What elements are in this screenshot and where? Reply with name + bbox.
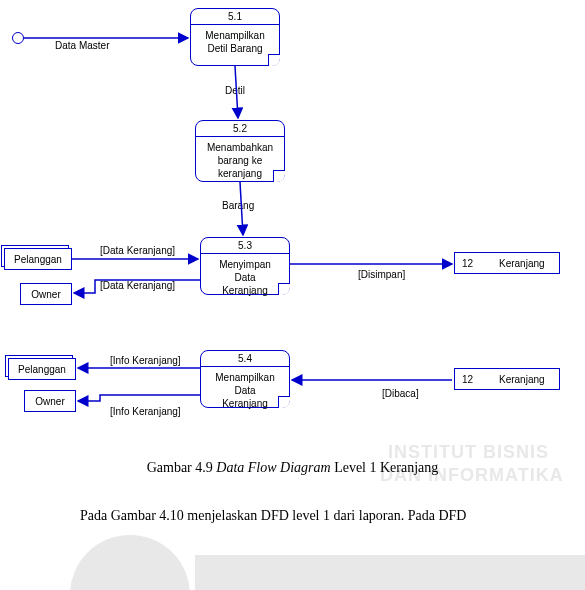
flow-label-disimpan: [Disimpan] — [358, 269, 405, 280]
entity-owner-1: Owner — [20, 283, 72, 305]
process-5-3-name: MenyimpanDataKeranjang — [201, 254, 289, 301]
caption-italic: Data Flow Diagram — [216, 460, 330, 475]
flow-label-data-keranjang-2: [Data Keranjang] — [100, 280, 175, 291]
flow-label-detil: Detil — [225, 85, 245, 96]
flow-label-barang: Barang — [222, 200, 254, 211]
caption-suffix: Level 1 Keranjang — [331, 460, 439, 475]
entity-pelanggan-2: Pelanggan — [8, 358, 76, 380]
flow-label-data-master: Data Master — [55, 40, 109, 51]
flow-label-data-keranjang-1: [Data Keranjang] — [100, 245, 175, 256]
datastore-1-id: 12 — [454, 252, 480, 274]
process-5-4: 5.4 MenampilkanDataKeranjang — [200, 350, 290, 408]
datastore-2-id: 12 — [454, 368, 480, 390]
process-5-1-name: MenampilkanDetil Barang — [191, 25, 279, 59]
datastore-keranjang-1: 12 Keranjang — [454, 252, 560, 274]
arrows-layer — [0, 0, 585, 590]
datastore-keranjang-2: 12 Keranjang — [454, 368, 560, 390]
process-5-2: 5.2 Menambahkanbarang kekeranjang — [195, 120, 285, 182]
watermark-rect — [195, 555, 585, 590]
process-5-1-id: 5.1 — [191, 9, 279, 25]
process-5-2-id: 5.2 — [196, 121, 284, 137]
datastore-1-name: Keranjang — [485, 252, 560, 274]
figure-caption: Gambar 4.9 Data Flow Diagram Level 1 Ker… — [0, 460, 585, 476]
dfd-diagram: INSTITUT BISNIS DAN INFORMATIKA 5.1 Mena… — [0, 0, 585, 590]
flow-label-info-keranjang-2: [Info Keranjang] — [110, 406, 181, 417]
start-point — [12, 32, 24, 44]
flow-label-info-keranjang-1: [Info Keranjang] — [110, 355, 181, 366]
datastore-2-name: Keranjang — [485, 368, 560, 390]
body-text: Pada Gambar 4.10 menjelaskan DFD level 1… — [80, 508, 466, 524]
process-5-4-id: 5.4 — [201, 351, 289, 367]
process-5-3: 5.3 MenyimpanDataKeranjang — [200, 237, 290, 295]
entity-owner-2: Owner — [24, 390, 76, 412]
watermark-circle — [70, 535, 190, 590]
process-5-1: 5.1 MenampilkanDetil Barang — [190, 8, 280, 66]
process-5-4-name: MenampilkanDataKeranjang — [201, 367, 289, 414]
process-5-2-name: Menambahkanbarang kekeranjang — [196, 137, 284, 184]
caption-prefix: Gambar 4.9 — [147, 460, 217, 475]
flow-label-dibaca: [Dibaca] — [382, 388, 419, 399]
entity-pelanggan-1: Pelanggan — [4, 248, 72, 270]
process-5-3-id: 5.3 — [201, 238, 289, 254]
process-corner-icon — [268, 54, 280, 66]
